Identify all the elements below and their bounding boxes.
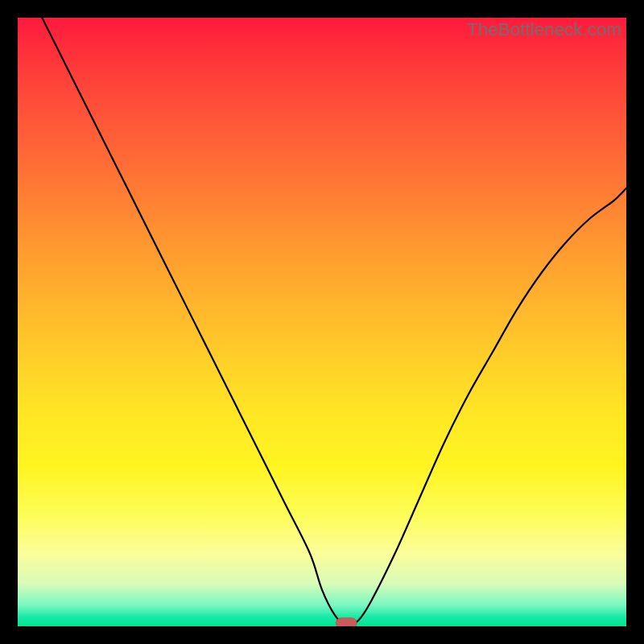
plot-area: TheBottleneck.com: [18, 18, 626, 626]
bottleneck-curve-path: [42, 18, 626, 626]
chart-frame: TheBottleneck.com: [0, 0, 644, 644]
optimum-marker: [336, 618, 357, 627]
curve-layer: [18, 18, 626, 626]
